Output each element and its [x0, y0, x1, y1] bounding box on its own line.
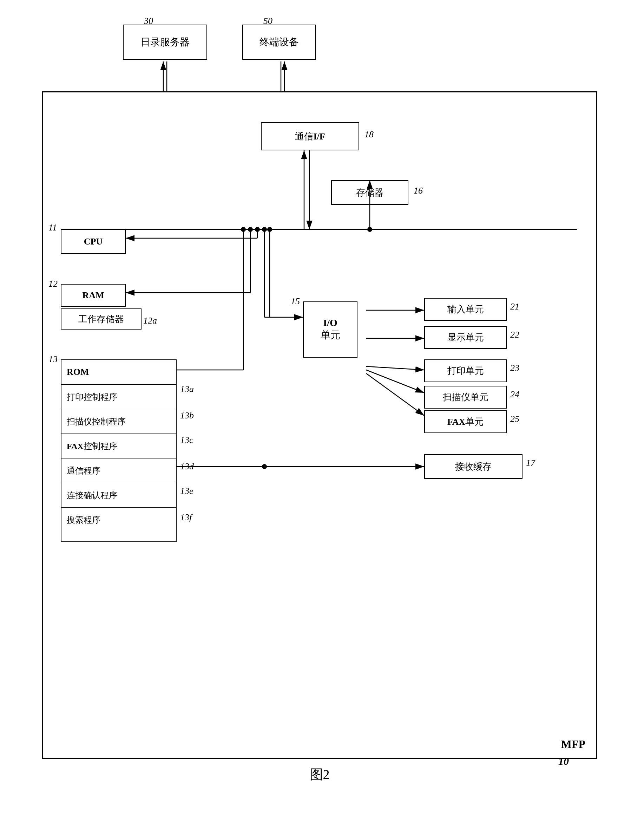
rom-label: ROM	[67, 367, 89, 377]
ref-13a: 13a	[180, 384, 194, 395]
ref-13d: 13d	[180, 461, 194, 472]
svg-line-53	[366, 374, 424, 416]
ref-11: 11	[48, 222, 57, 233]
svg-point-39	[248, 227, 253, 232]
ref-25: 25	[510, 414, 519, 424]
ref-10: 10	[558, 755, 569, 767]
input-unit-label: 输入单元	[447, 303, 484, 316]
fax-unit-label: FAX单元	[447, 416, 484, 428]
ram-box: RAM	[61, 284, 126, 307]
comm-prog-label: 通信程序	[67, 465, 100, 476]
print-unit-box: 打印单元	[424, 359, 507, 382]
ref-30: 30	[144, 16, 153, 26]
scanner-unit-box: 扫描仪单元	[424, 386, 507, 408]
dir-server-box: 日录服务器	[123, 25, 207, 60]
rom-section: ROM 打印控制程序 扫描仪控制程序 FAX控制程序 通信程序 连接确认程序 搜…	[61, 359, 177, 542]
fax-ctrl-label: FAX控制程序	[67, 441, 117, 452]
svg-point-48	[267, 227, 272, 232]
display-unit-label: 显示单元	[447, 331, 484, 344]
ref-13b: 13b	[180, 410, 194, 421]
mfp-label: MFP	[561, 738, 585, 751]
ref-13e: 13e	[180, 486, 194, 496]
svg-point-42	[241, 227, 246, 232]
ref-12: 12	[48, 278, 58, 289]
ref-24: 24	[510, 389, 519, 400]
figure-label: 图2	[310, 766, 330, 784]
svg-point-45	[262, 227, 267, 232]
print-unit-label: 打印单元	[447, 365, 484, 377]
terminal-label: 终端设备	[260, 36, 299, 49]
io-unit-box: I/O单元	[303, 301, 358, 357]
svg-point-34	[367, 227, 372, 232]
ref-13f: 13f	[180, 512, 192, 523]
comm-if-box: 通信I/F	[261, 122, 359, 150]
ref-13: 13	[48, 354, 58, 365]
storage-box: 存储器	[331, 180, 408, 205]
ref-50: 50	[263, 16, 273, 26]
storage-label: 存储器	[356, 186, 383, 199]
rom-row-conn-confirm: 连接确认程序	[61, 483, 176, 508]
svg-line-52	[366, 370, 424, 393]
svg-line-51	[366, 366, 424, 370]
display-unit-box: 显示单元	[424, 326, 507, 349]
ref-17: 17	[526, 458, 535, 468]
comm-if-label: 通信I/F	[295, 130, 325, 143]
ref-12a: 12a	[143, 316, 157, 326]
ram-label: RAM	[82, 290, 104, 301]
diagram-container: 100 日录服务器 30 终端设备 50 通信I/F 18 存储器 16	[35, 14, 604, 804]
work-mem-label: 工作存储器	[78, 313, 124, 325]
scanner-unit-label: 扫描仪单元	[443, 391, 488, 403]
rom-row-print-ctrl: 打印控制程序	[61, 385, 176, 409]
cpu-box: CPU	[61, 229, 126, 254]
ref-16: 16	[414, 186, 423, 196]
figure-text: 图2	[310, 767, 330, 782]
scanner-ctrl-label: 扫描仪控制程序	[67, 416, 126, 427]
ref-13c: 13c	[180, 435, 194, 445]
ref-23: 23	[510, 363, 519, 374]
dir-server-label: 日录服务器	[140, 36, 190, 49]
input-unit-box: 输入单元	[424, 298, 507, 321]
ref-18: 18	[365, 129, 374, 140]
rom-row-fax-ctrl: FAX控制程序	[61, 434, 176, 458]
work-mem-box: 工作存储器	[61, 308, 141, 329]
search-prog-label: 搜索程序	[67, 514, 100, 525]
print-ctrl-label: 打印控制程序	[67, 391, 117, 403]
rom-row-search-prog: 搜索程序	[61, 508, 176, 532]
svg-point-36	[255, 227, 260, 232]
rom-row-scanner-ctrl: 扫描仪控制程序	[61, 409, 176, 434]
ref-22: 22	[510, 329, 519, 340]
ref-21: 21	[510, 301, 519, 312]
ref-15: 15	[291, 296, 300, 307]
conn-confirm-label: 连接确认程序	[67, 490, 117, 501]
io-unit-label: I/O单元	[320, 317, 340, 342]
terminal-box: 终端设备	[242, 25, 316, 60]
cpu-label: CPU	[84, 236, 102, 247]
svg-point-55	[262, 464, 267, 469]
mfp-boundary: 通信I/F 18 存储器 16	[42, 91, 597, 759]
fax-unit-box: FAX单元	[424, 410, 507, 433]
rom-row-comm-prog: 通信程序	[61, 458, 176, 483]
recv-buffer-box: 接收缓存	[424, 454, 522, 479]
recv-buffer-label: 接收缓存	[455, 461, 491, 473]
